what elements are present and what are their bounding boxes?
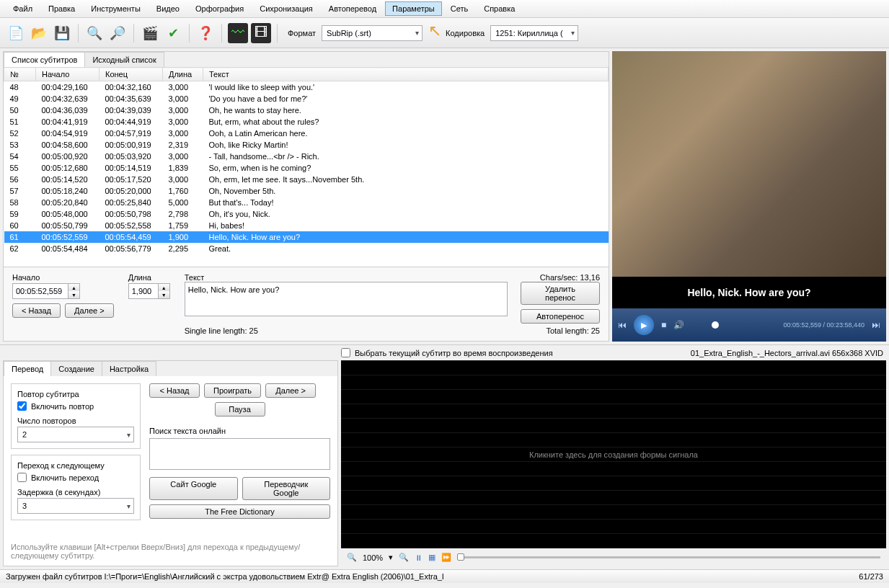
hint-text: Используйте клавиши [Alt+стрелки Вверх/В… — [4, 543, 337, 566]
table-row[interactable]: 5000:04:36,03900:04:39,0393,000Oh, he wa… — [4, 104, 609, 116]
subtitle-table-wrap[interactable]: № Начало Конец Длина Текст 4800:04:29,16… — [4, 67, 609, 267]
total-len-label: Total length: 25 — [546, 326, 600, 335]
table-row[interactable]: 6000:05:50,79900:05:52,5581,759Hi, babes… — [4, 220, 609, 231]
menu-орфография[interactable]: Орфография — [188, 1, 251, 16]
search-label: Поиск текста онлайн — [149, 427, 330, 435]
search-input[interactable] — [149, 438, 330, 470]
encoding-label: Кодировка — [446, 29, 485, 37]
menu-инструменты[interactable]: Инструменты — [84, 1, 148, 16]
play-fwd-icon[interactable]: ⏩ — [441, 553, 451, 562]
menu-сеть[interactable]: Сеть — [443, 1, 475, 16]
dur-spinner[interactable]: ▲▼ — [128, 283, 170, 299]
stop-icon[interactable]: ■ — [661, 320, 666, 330]
subtitle-list-pane: Список субтитров Исходный список № Начал… — [3, 51, 609, 342]
menu-видео[interactable]: Видео — [149, 1, 187, 16]
repeat-title: Повтор субтитра — [17, 390, 134, 398]
google-site-button[interactable]: Сайт Google — [149, 477, 238, 500]
menu-автоперевод[interactable]: Автоперевод — [322, 1, 384, 16]
replace-icon[interactable]: 🔎 — [107, 23, 128, 43]
table-row[interactable]: 5400:05:00,92000:05:03,9203,000- Tall, h… — [4, 151, 609, 162]
zoom-in-icon[interactable]: 🔍 — [399, 553, 409, 562]
back-button[interactable]: < Назад — [12, 303, 61, 318]
skip-fwd-icon[interactable]: ⏭ — [872, 320, 880, 330]
volume-icon[interactable]: 🔊 — [673, 320, 684, 330]
enable-repeat-checkbox[interactable] — [17, 401, 27, 411]
select-current-checkbox[interactable] — [341, 348, 350, 357]
table-row[interactable]: 4900:04:32,63900:04:35,6393,000'Do you h… — [4, 93, 609, 104]
save-icon[interactable]: 💾 — [52, 23, 72, 43]
unbreak-button[interactable]: Удалить перенос — [521, 282, 600, 305]
trans-pause-button[interactable]: Пауза — [215, 402, 265, 416]
trans-fwd-button[interactable]: Далее > — [265, 383, 316, 398]
tab-translate[interactable]: Перевод — [4, 361, 51, 376]
cps-label: Chars/sec: 13,16 — [540, 273, 600, 282]
table-row[interactable]: 5200:04:54,91900:04:57,9193,000Ooh, a La… — [4, 128, 609, 139]
text-label: Текст — [185, 273, 205, 282]
seek-slider[interactable] — [691, 324, 776, 326]
forward-button[interactable]: Далее > — [65, 303, 114, 318]
toolbar: 📄 📂 💾 🔍 🔎 🎬 ✔ ❓ 〰 🎞 Формат SubRip (.srt)… — [0, 18, 889, 48]
table-row[interactable]: 5800:05:20,84000:05:25,8405,000But that'… — [4, 197, 609, 208]
encoding-combo[interactable]: 1251: Кириллица ( — [490, 25, 578, 41]
start-spinner[interactable]: ▲▼ — [12, 283, 114, 299]
play-button[interactable]: ▶ — [634, 315, 654, 335]
table-row[interactable]: 5900:05:48,00000:05:50,7982,798Oh, it's … — [4, 208, 609, 220]
skip-back-icon[interactable]: ⏮ — [618, 320, 627, 330]
table-row[interactable]: 6200:05:54,48400:05:56,7792,295Great. — [4, 243, 609, 254]
text-input[interactable] — [185, 282, 508, 316]
top-tabs: Список субтитров Исходный список — [4, 52, 609, 67]
trans-back-button[interactable]: < Назад — [149, 383, 200, 398]
find-icon[interactable]: 🔍 — [84, 23, 105, 43]
tab-source[interactable]: Исходный список — [84, 52, 164, 67]
tab-list[interactable]: Список субтитров — [4, 52, 85, 67]
menu-справка[interactable]: Справка — [477, 1, 522, 16]
help-icon[interactable]: ❓ — [195, 23, 216, 43]
table-row[interactable]: 5100:04:41,91900:04:44,9193,000But, erm,… — [4, 116, 609, 128]
pause-icon[interactable]: ⏸ — [415, 553, 423, 562]
google-translate-button[interactable]: Переводчик Google — [242, 477, 331, 500]
status-left: Загружен файл субтитров I:\=Проги=\Engli… — [6, 572, 444, 581]
col-end[interactable]: Конец — [99, 68, 163, 81]
trans-play-button[interactable]: Проиграть — [204, 383, 261, 398]
delay-combo[interactable]: 3 — [17, 498, 134, 514]
video-icon[interactable]: 🎞 — [251, 23, 271, 43]
table-row[interactable]: 6100:05:52,55900:05:54,4591,900Hello, Ni… — [4, 231, 609, 243]
dictionary-button[interactable]: The Free Dictionary — [149, 504, 330, 519]
zoom-out-icon[interactable]: 🔍 — [347, 553, 357, 562]
tab-create[interactable]: Создание — [50, 361, 102, 376]
video-subtitle: Hello, Nick. How are you? — [612, 277, 886, 308]
translate-pane: Перевод Создание Настройка Повтор субтит… — [3, 360, 338, 566]
zoom-slider[interactable] — [457, 556, 880, 558]
video-filename: 01_Extra_English_-_Hectors_arrival.avi 6… — [685, 346, 889, 360]
menu-сихронизация[interactable]: Сихронизация — [252, 1, 320, 16]
autobreak-button[interactable]: Автоперенос — [521, 309, 600, 324]
format-combo[interactable]: SubRip (.srt) — [322, 25, 423, 41]
enable-next-checkbox[interactable] — [17, 473, 27, 482]
waveform-pane: Кликните здесь для создания формы сигнал… — [341, 360, 886, 566]
grid-icon[interactable]: ▦ — [428, 553, 435, 562]
table-row[interactable]: 4800:04:29,16000:04:32,1603,000'I would … — [4, 81, 609, 94]
col-num[interactable]: № — [4, 68, 36, 81]
open-folder-icon[interactable]: 📂 — [29, 23, 49, 43]
table-row[interactable]: 5500:05:12,68000:05:14,5191,839So, erm, … — [4, 162, 609, 174]
select-current-label: Выбрать текущий субтитр во время воспрои… — [355, 349, 553, 357]
col-text[interactable]: Текст — [203, 68, 609, 81]
menu-правка[interactable]: Правка — [41, 1, 82, 16]
col-start[interactable]: Начало — [36, 68, 99, 81]
menu-параметры[interactable]: Параметры — [385, 1, 442, 16]
table-row[interactable]: 5300:04:58,60000:05:00,9192,319Ooh, like… — [4, 139, 609, 151]
bottom-tabs: Перевод Создание Настройка — [4, 361, 337, 376]
spellcheck-icon[interactable]: ✔ — [163, 23, 183, 43]
waveform-area[interactable]: Кликните здесь для создания формы сигнал… — [341, 360, 886, 548]
visual-sync-icon[interactable]: 🎬 — [140, 23, 160, 43]
menu-файл[interactable]: Файл — [6, 1, 40, 16]
waveform-icon[interactable]: 〰 — [228, 23, 248, 43]
video-frame[interactable]: Hello, Nick. How are you? — [612, 51, 886, 308]
tab-adjust[interactable]: Настройка — [102, 361, 156, 376]
new-file-icon[interactable]: 📄 — [6, 23, 26, 43]
col-dur[interactable]: Длина — [163, 68, 203, 81]
repeat-count-combo[interactable]: 2 — [17, 427, 134, 442]
delay-label: Задержка (в секундах) — [17, 488, 134, 496]
table-row[interactable]: 5600:05:14,52000:05:17,5203,000Oh, erm, … — [4, 174, 609, 185]
table-row[interactable]: 5700:05:18,24000:05:20,0001,760Oh, Novem… — [4, 185, 609, 197]
